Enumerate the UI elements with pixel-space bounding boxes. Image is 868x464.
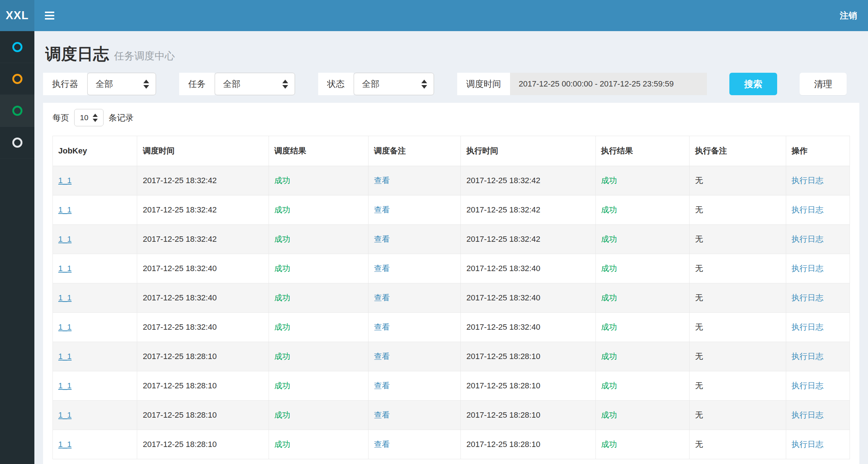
logout-link[interactable]: 注销 — [840, 10, 857, 21]
cell-trigger_msg: 查看 — [368, 401, 460, 430]
handle-time: 2017-12-25 18:32:40 — [466, 322, 540, 332]
log-table-panel: 每页 10 条记录 JobKey调度时间调度结果调度备注执行时间执行结果执行备注… — [43, 103, 859, 464]
page-length-select[interactable]: 10 — [74, 109, 104, 126]
view-link[interactable]: 查看 — [374, 440, 390, 449]
execute-log-link[interactable]: 执行日志 — [792, 293, 823, 302]
cell-trigger_time: 2017-12-25 18:32:40 — [137, 254, 269, 283]
handle-time: 2017-12-25 18:32:42 — [466, 205, 540, 214]
jobkey-link[interactable]: 1_1 — [58, 352, 72, 361]
execute-log-link[interactable]: 执行日志 — [792, 205, 823, 214]
cell-trigger_result: 成功 — [269, 430, 368, 459]
execute-log-link[interactable]: 执行日志 — [792, 176, 823, 185]
page-length-bar: 每页 10 条记录 — [52, 109, 850, 126]
cell-action: 执行日志 — [786, 195, 850, 225]
cell-job_key: 1_1 — [53, 313, 137, 342]
table-row: 1_12017-12-25 18:28:10成功查看2017-12-25 18:… — [53, 401, 850, 430]
view-link[interactable]: 查看 — [374, 381, 390, 390]
view-link[interactable]: 查看 — [374, 322, 390, 332]
trigger-result: 成功 — [274, 410, 290, 419]
execute-log-link[interactable]: 执行日志 — [792, 235, 823, 244]
jobkey-link[interactable]: 1_1 — [58, 293, 72, 302]
sidebar-item-dashboard[interactable] — [0, 31, 34, 63]
executor-select[interactable]: 全部 — [87, 73, 156, 95]
table-row: 1_12017-12-25 18:32:42成功查看2017-12-25 18:… — [53, 195, 850, 225]
cell-job_key: 1_1 — [53, 195, 137, 225]
jobkey-link[interactable]: 1_1 — [58, 235, 72, 244]
view-link[interactable]: 查看 — [374, 352, 390, 361]
cell-handle_result: 成功 — [595, 371, 690, 401]
execute-log-link[interactable]: 执行日志 — [792, 410, 823, 419]
page-subtitle: 任务调度中心 — [114, 49, 175, 63]
jobkey-link[interactable]: 1_1 — [58, 410, 72, 419]
log-table: JobKey调度时间调度结果调度备注执行时间执行结果执行备注操作 1_12017… — [52, 136, 850, 459]
view-link[interactable]: 查看 — [374, 293, 390, 302]
handle-time: 2017-12-25 18:28:10 — [466, 381, 540, 390]
cell-handle_msg: 无 — [690, 225, 786, 254]
view-link[interactable]: 查看 — [374, 205, 390, 214]
cell-handle_msg: 无 — [690, 195, 786, 225]
status-select[interactable]: 全部 — [354, 73, 434, 95]
cell-trigger_result: 成功 — [269, 283, 368, 313]
jobkey-link[interactable]: 1_1 — [58, 440, 72, 449]
handle-msg: 无 — [695, 440, 703, 449]
job-select[interactable]: 全部 — [215, 73, 295, 95]
cell-job_key: 1_1 — [53, 225, 137, 254]
view-link[interactable]: 查看 — [374, 264, 390, 273]
job-filter-label: 任务 — [179, 73, 215, 95]
sidebar-item-job-manage[interactable] — [0, 63, 34, 95]
page-length-suffix: 条记录 — [109, 112, 134, 123]
column-header-trigger_result: 调度结果 — [269, 136, 368, 166]
sidebar-toggle-icon[interactable] — [45, 12, 54, 20]
time-range-input[interactable] — [510, 73, 707, 95]
cell-trigger_msg: 查看 — [368, 313, 460, 342]
cell-action: 执行日志 — [786, 401, 850, 430]
cell-action: 执行日志 — [786, 342, 850, 371]
cell-trigger_time: 2017-12-25 18:28:10 — [137, 430, 269, 459]
handle-time: 2017-12-25 18:32:42 — [466, 176, 540, 185]
view-link[interactable]: 查看 — [374, 235, 390, 244]
cell-trigger_msg: 查看 — [368, 342, 460, 371]
job-select-value: 全部 — [223, 78, 240, 90]
trigger-result: 成功 — [274, 205, 290, 214]
handle-result: 成功 — [601, 235, 617, 244]
view-link[interactable]: 查看 — [374, 176, 390, 185]
sidebar-item-job-log[interactable] — [0, 95, 34, 127]
clear-button[interactable]: 清理 — [800, 73, 847, 95]
cell-handle_time: 2017-12-25 18:32:42 — [461, 225, 595, 254]
cell-handle_msg: 无 — [690, 166, 786, 195]
cell-handle_msg: 无 — [690, 313, 786, 342]
jobkey-link[interactable]: 1_1 — [58, 322, 72, 332]
sidebar-item-executor[interactable] — [0, 127, 34, 159]
view-link[interactable]: 查看 — [374, 410, 390, 419]
trigger-result: 成功 — [274, 440, 290, 449]
trigger-time: 2017-12-25 18:32:40 — [143, 322, 216, 332]
cell-action: 执行日志 — [786, 313, 850, 342]
jobkey-link[interactable]: 1_1 — [58, 264, 72, 273]
handle-result: 成功 — [601, 205, 617, 214]
job-filter-group: 任务 全部 — [179, 73, 295, 95]
execute-log-link[interactable]: 执行日志 — [792, 440, 823, 449]
executor-filter-label: 执行器 — [43, 73, 87, 95]
search-button[interactable]: 搜索 — [729, 73, 777, 95]
jobkey-link[interactable]: 1_1 — [58, 381, 72, 390]
column-header-handle_time: 执行时间 — [461, 136, 595, 166]
execute-log-link[interactable]: 执行日志 — [792, 352, 823, 361]
table-row: 1_12017-12-25 18:32:40成功查看2017-12-25 18:… — [53, 254, 850, 283]
execute-log-link[interactable]: 执行日志 — [792, 264, 823, 273]
executor-select-value: 全部 — [96, 78, 113, 90]
status-filter-label: 状态 — [318, 73, 354, 95]
cell-action: 执行日志 — [786, 371, 850, 401]
cell-action: 执行日志 — [786, 430, 850, 459]
trigger-time: 2017-12-25 18:32:40 — [143, 293, 216, 302]
handle-time: 2017-12-25 18:28:10 — [466, 352, 540, 361]
execute-log-link[interactable]: 执行日志 — [792, 322, 823, 332]
table-row: 1_12017-12-25 18:28:10成功查看2017-12-25 18:… — [53, 430, 850, 459]
jobkey-link[interactable]: 1_1 — [58, 205, 72, 214]
main-content: 调度日志 任务调度中心 执行器 全部 任务 全部 状态 全部 调度时间 — [34, 31, 868, 464]
cell-handle_time: 2017-12-25 18:32:40 — [461, 254, 595, 283]
handle-result: 成功 — [601, 440, 617, 449]
trigger-result: 成功 — [274, 381, 290, 390]
jobkey-link[interactable]: 1_1 — [58, 176, 72, 185]
sidebar — [0, 31, 34, 464]
execute-log-link[interactable]: 执行日志 — [792, 381, 823, 390]
